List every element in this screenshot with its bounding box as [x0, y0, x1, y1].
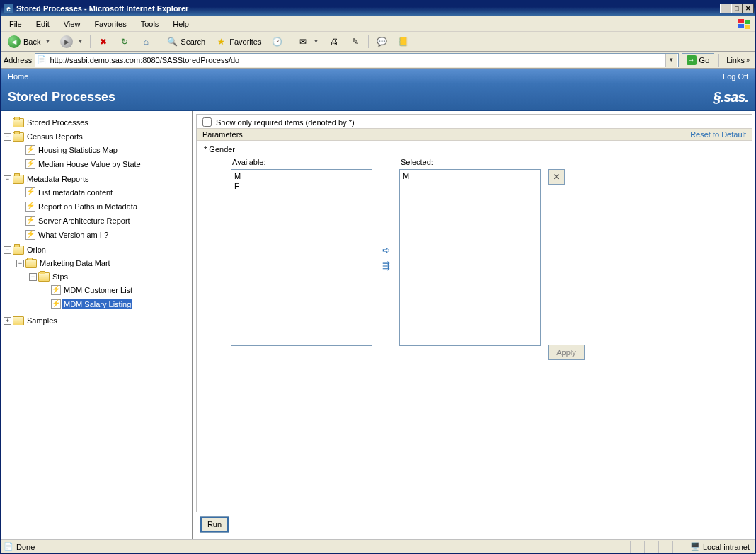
- links-label: Links: [726, 56, 745, 64]
- folder-icon: [38, 272, 50, 282]
- folder-icon: [13, 132, 24, 142]
- ie-icon: e: [4, 4, 13, 13]
- maximize-button[interactable]: □: [731, 4, 743, 13]
- tree-item[interactable]: Housing Statistics Map: [37, 145, 119, 155]
- folder-icon: [13, 316, 24, 325]
- stored-process-icon: [51, 299, 61, 309]
- search-button[interactable]: 🔍 Search: [162, 34, 210, 50]
- minimize-button[interactable]: _: [720, 4, 731, 13]
- tree-folder-orion[interactable]: Orion: [25, 245, 47, 255]
- page-icon: 📄: [37, 55, 47, 65]
- edit-button[interactable]: ✎: [345, 34, 365, 50]
- collapse-toggle[interactable]: −: [4, 133, 11, 141]
- parameters-container: Show only required items (denoted by *) …: [196, 114, 752, 512]
- statusbar: 📄 Done 🖥️ Local intranet: [1, 539, 755, 553]
- forward-button[interactable]: ► ▼: [56, 34, 87, 50]
- expand-toggle[interactable]: +: [4, 317, 11, 325]
- logoff-link[interactable]: Log Off: [723, 72, 748, 81]
- dual-listbox: Available: M F ➪ ⇶ Selected:: [202, 156, 746, 360]
- tree-item[interactable]: List metadata content: [37, 187, 114, 197]
- move-all-right-button[interactable]: ⇶: [379, 260, 392, 271]
- collapse-toggle[interactable]: −: [4, 246, 11, 254]
- stored-process-icon: [25, 216, 35, 226]
- home-link[interactable]: Home: [8, 72, 28, 81]
- print-icon: 🖨: [328, 36, 340, 47]
- folder-icon: [13, 246, 24, 255]
- menu-favorites[interactable]: Favorites: [88, 18, 132, 30]
- refresh-button[interactable]: ↻: [115, 34, 134, 50]
- history-button[interactable]: 🕑: [267, 34, 287, 50]
- collapse-toggle[interactable]: −: [29, 273, 37, 281]
- show-required-checkbox[interactable]: [202, 117, 212, 127]
- tree-item-selected[interactable]: MDM Salary Listing: [62, 299, 132, 309]
- tree-item[interactable]: MDM Customer List: [62, 285, 134, 295]
- back-label: Back: [23, 37, 40, 46]
- home-button[interactable]: ⌂: [136, 34, 156, 50]
- close-button[interactable]: ✕: [743, 4, 754, 13]
- chevron-down-icon: ▼: [77, 38, 83, 45]
- home-icon: ⌂: [140, 36, 151, 47]
- apply-button[interactable]: Apply: [548, 345, 585, 360]
- mail-button[interactable]: ✉▼: [293, 34, 323, 50]
- tree-item[interactable]: Median House Value by State: [37, 159, 142, 169]
- tree-root[interactable]: Stored Processes: [25, 117, 90, 127]
- links-menu[interactable]: Links »: [723, 56, 752, 64]
- edit-icon: ✎: [350, 36, 361, 47]
- status-cell: [630, 541, 643, 553]
- run-button[interactable]: Run: [200, 517, 229, 532]
- app-header: Home Log Off Stored Processes §.sas.: [1, 69, 755, 111]
- stop-button[interactable]: ✖: [93, 34, 113, 50]
- back-button[interactable]: ◄ Back ▼: [4, 34, 55, 50]
- tree-item[interactable]: What Version am I ?: [37, 230, 110, 240]
- list-item[interactable]: F: [233, 181, 370, 191]
- separator: [159, 35, 159, 48]
- status-cell: [672, 541, 685, 553]
- addressbar: Address 📄 http://sasbi.demo.sas.com:8080…: [1, 52, 755, 69]
- run-label: Run: [207, 520, 222, 529]
- tree-folder-metadata[interactable]: Metadata Reports: [25, 174, 90, 184]
- menu-tools[interactable]: Tools: [135, 18, 165, 30]
- folder-icon: [13, 175, 24, 184]
- move-right-button[interactable]: ➪: [379, 244, 392, 255]
- reset-to-default-link[interactable]: Reset to Default: [690, 130, 746, 139]
- tree-folder-samples[interactable]: Samples: [25, 316, 59, 325]
- tree-item[interactable]: Report on Paths in Metadata: [37, 202, 139, 212]
- apply-label: Apply: [556, 348, 576, 357]
- list-item[interactable]: M: [233, 171, 370, 181]
- research-button[interactable]: 📒: [393, 34, 413, 50]
- collapse-toggle[interactable]: −: [16, 260, 24, 267]
- favorites-button[interactable]: ★ Favorites: [211, 34, 265, 50]
- selected-label: Selected:: [399, 156, 541, 169]
- status-cell: [644, 541, 657, 553]
- titlebar: e Stored Processes - Microsoft Internet …: [1, 1, 755, 16]
- remove-button[interactable]: ✕: [548, 169, 565, 185]
- page-icon: 📄: [4, 542, 13, 552]
- status-cell: [658, 541, 671, 553]
- stored-process-icon: [25, 230, 35, 240]
- zone-label: Local intranet: [703, 543, 750, 551]
- tree-panel: Stored Processes − Census Reports Housin…: [1, 111, 193, 539]
- menu-edit[interactable]: Edit: [30, 18, 55, 30]
- tree-item[interactable]: Server Architecture Report: [37, 216, 132, 226]
- tree-folder-stps[interactable]: Stps: [51, 272, 69, 282]
- tree-folder-census[interactable]: Census Reports: [25, 132, 84, 142]
- folder-icon: [25, 259, 37, 268]
- available-listbox[interactable]: M F: [231, 169, 372, 346]
- svg-rect-0: [738, 19, 744, 23]
- menu-view[interactable]: View: [58, 18, 86, 30]
- menu-help[interactable]: Help: [167, 18, 195, 30]
- param-label-gender: * Gender: [202, 144, 746, 156]
- discuss-button[interactable]: 💬: [372, 34, 391, 50]
- security-zone: 🖥️ Local intranet: [687, 541, 752, 553]
- selected-listbox[interactable]: M: [399, 169, 541, 346]
- tree-folder-mdm[interactable]: Marketing Data Mart: [38, 258, 112, 268]
- stored-process-icon: [25, 187, 35, 197]
- menu-file[interactable]: File: [4, 18, 28, 30]
- go-button[interactable]: → Go: [682, 53, 715, 67]
- collapse-toggle[interactable]: −: [4, 175, 11, 183]
- list-item[interactable]: M: [401, 171, 539, 181]
- address-field[interactable]: 📄 http://sasbi.demo.sas.com:8080/SASStor…: [35, 53, 678, 67]
- print-button[interactable]: 🖨: [324, 34, 344, 50]
- mail-icon: ✉: [297, 36, 309, 47]
- address-dropdown[interactable]: ▼: [665, 54, 677, 67]
